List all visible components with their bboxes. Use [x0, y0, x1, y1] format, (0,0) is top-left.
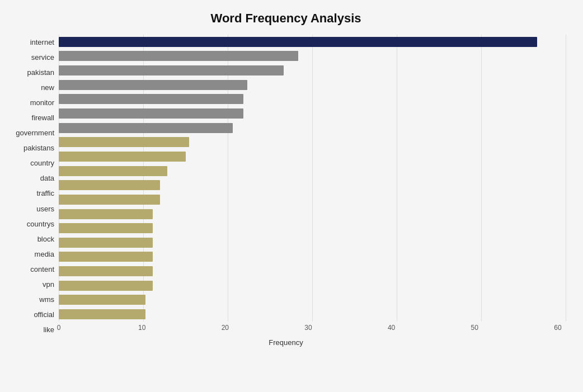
y-label-service: service	[31, 54, 54, 61]
bar-monitor	[59, 94, 243, 104]
y-label-government: government	[16, 129, 54, 136]
y-label-countrys: countrys	[27, 220, 54, 228]
bar-countrys	[59, 209, 153, 219]
bar-row-pakistans	[59, 136, 566, 148]
y-label-pakistan: pakistan	[27, 69, 54, 76]
bar-traffic	[59, 180, 160, 190]
bar-wms	[59, 281, 153, 291]
chart-title: Word Frequency Analysis	[6, 11, 566, 26]
y-label-traffic: traffic	[36, 190, 54, 197]
bar-row-country	[59, 151, 566, 162]
bar-row-internet	[59, 36, 566, 48]
bar-row-like	[59, 309, 566, 320]
y-label-data: data	[40, 174, 54, 182]
bar-pakistans	[59, 137, 189, 147]
bar-pakistan	[59, 65, 284, 75]
y-label-media: media	[35, 251, 54, 258]
bar-row-monitor	[59, 93, 566, 105]
bar-row-media	[59, 237, 566, 248]
y-labels: internetservicepakistannewmonitorfirewal…	[6, 35, 59, 337]
x-axis-label: Frequency	[6, 338, 566, 347]
y-label-official: official	[34, 311, 54, 318]
y-label-vpn: vpn	[43, 281, 54, 288]
bar-row-countrys	[59, 209, 566, 220]
bar-country	[59, 152, 186, 162]
bar-service	[59, 51, 298, 61]
y-label-block: block	[37, 235, 54, 243]
bar-row-traffic	[59, 180, 566, 191]
bar-row-data	[59, 166, 566, 177]
bar-row-government	[59, 122, 566, 134]
chart-container: Word Frequency Analysis internetservicep…	[0, 0, 583, 392]
y-label-wms: wms	[39, 296, 54, 303]
bar-media	[59, 238, 153, 248]
bar-data	[59, 166, 167, 176]
bar-row-block	[59, 223, 566, 234]
bar-users	[59, 195, 160, 205]
bar-row-content	[59, 251, 566, 262]
y-label-pakistans: pakistans	[23, 144, 54, 152]
bar-row-service	[59, 50, 566, 62]
bar-new	[59, 80, 247, 90]
bar-row-pakistan	[59, 65, 566, 76]
bar-internet	[59, 37, 537, 47]
bar-government	[59, 123, 233, 133]
bar-firewall	[59, 108, 243, 119]
bar-row-wms	[59, 280, 566, 291]
bar-row-new	[59, 79, 566, 91]
bar-like	[59, 309, 145, 319]
y-label-content: content	[30, 266, 54, 273]
bar-row-official	[59, 294, 566, 305]
bar-row-users	[59, 194, 566, 205]
chart-area: internetservicepakistannewmonitorfirewal…	[6, 35, 566, 337]
bar-vpn	[59, 266, 153, 276]
y-label-internet: internet	[30, 39, 54, 46]
bars-and-grid: 0102030405060	[59, 35, 566, 337]
bar-content	[59, 252, 153, 262]
y-label-new: new	[41, 84, 54, 91]
bar-row-vpn	[59, 266, 566, 277]
bars-wrapper	[59, 35, 566, 337]
y-label-monitor: monitor	[30, 99, 54, 106]
bar-block	[59, 223, 153, 233]
bar-official	[59, 295, 145, 305]
y-label-firewall: firewall	[32, 114, 54, 121]
y-label-country: country	[30, 159, 54, 167]
bar-row-firewall	[59, 108, 566, 119]
y-label-users: users	[36, 205, 54, 212]
